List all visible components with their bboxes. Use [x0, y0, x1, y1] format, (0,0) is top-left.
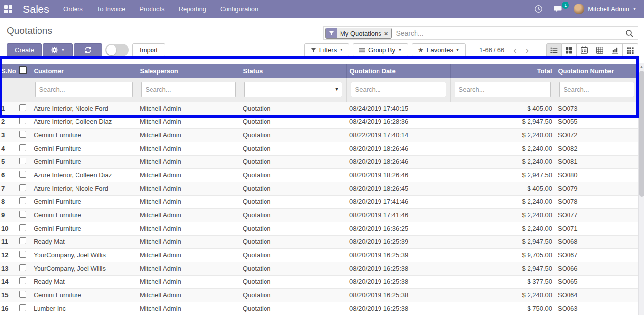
row-checkbox[interactable] [19, 224, 26, 231]
row-checkbox-cell[interactable] [15, 195, 31, 208]
row-checkbox-cell[interactable] [15, 302, 31, 315]
search-facet-my-quotations[interactable]: My Quotations × [325, 28, 392, 39]
row-checkbox[interactable] [19, 211, 26, 218]
row-checkbox[interactable] [19, 197, 26, 204]
row-checkbox[interactable] [19, 171, 26, 178]
user-menu[interactable]: Mitchell Admin ▼ [574, 4, 636, 14]
menu-to-invoice[interactable]: To Invoice [97, 5, 126, 13]
view-kanban-button[interactable] [562, 43, 577, 57]
scrollbar-thumb[interactable] [639, 71, 644, 197]
table-row[interactable]: 11 Ready Mat Mitchell Admin Quotation 08… [0, 235, 638, 248]
row-checkbox-cell[interactable] [15, 142, 31, 155]
view-pivot-button[interactable] [592, 43, 607, 57]
customer-filter-input[interactable] [35, 82, 133, 97]
row-checkbox-cell[interactable] [15, 248, 31, 262]
table-row[interactable]: 9 Gemini Furniture Mitchell Admin Quotat… [0, 208, 638, 222]
menu-configuration[interactable]: Configuration [220, 5, 258, 13]
column-header-customer[interactable]: Customer [31, 64, 137, 78]
row-checkbox-cell[interactable] [15, 288, 31, 302]
row-checkbox[interactable] [19, 277, 26, 284]
table-row[interactable]: 10 Gemini Furniture Mitchell Admin Quota… [0, 222, 638, 235]
row-checkbox-cell[interactable] [15, 102, 31, 115]
table-row[interactable]: 16 Lumber Inc Mitchell Admin Quotation 0… [0, 302, 638, 315]
cell-customer: Gemini Furniture [31, 128, 137, 142]
filters-button[interactable]: Filters ▼ [304, 43, 349, 57]
table-row[interactable]: 1 Azure Interior, Nicole Ford Mitchell A… [0, 102, 638, 115]
row-number: 2 [0, 115, 15, 128]
apps-menu-icon[interactable] [0, 0, 17, 18]
row-checkbox[interactable] [19, 184, 26, 191]
number-filter-input[interactable] [559, 82, 635, 97]
table-row[interactable]: 2 Azure Interior, Colleen Diaz Mitchell … [0, 115, 638, 128]
row-checkbox[interactable] [19, 144, 26, 151]
row-checkbox-cell[interactable] [15, 115, 31, 128]
messages-icon[interactable]: 1 [554, 5, 563, 13]
action-gear-button[interactable]: ▼ [43, 43, 73, 57]
view-activity-button[interactable] [623, 43, 638, 57]
column-header-date[interactable]: Quotation Date [346, 64, 450, 78]
row-checkbox-cell[interactable] [15, 168, 31, 182]
pager-previous-icon[interactable]: ‹ [513, 45, 516, 55]
column-header-number[interactable]: Quotation Number [555, 64, 638, 78]
date-filter-input[interactable] [351, 82, 446, 97]
row-checkbox-cell[interactable] [15, 155, 31, 168]
view-graph-button[interactable] [607, 43, 623, 57]
row-checkbox-cell[interactable] [15, 262, 31, 275]
vertical-scrollbar[interactable]: ▲ [638, 63, 644, 315]
column-header-total[interactable]: Total [450, 64, 555, 78]
group-by-button[interactable]: Group By ▼ [353, 43, 408, 57]
column-header-sno[interactable]: S.No [0, 64, 15, 78]
view-calendar-button[interactable] [577, 43, 592, 57]
create-button[interactable]: Create [7, 43, 42, 57]
table-row[interactable]: 6 Azure Interior, Colleen Diaz Mitchell … [0, 168, 638, 182]
activities-clock-icon[interactable] [534, 5, 543, 13]
column-header-salesperson[interactable]: Salesperson [137, 64, 240, 78]
table-row[interactable]: 15 Gemini Furniture Mitchell Admin Quota… [0, 288, 638, 302]
row-checkbox[interactable] [19, 251, 26, 258]
table-row[interactable]: 13 YourCompany, Joel Willis Mitchell Adm… [0, 262, 638, 275]
status-filter-select[interactable]: ▼ [244, 82, 342, 97]
list-edit-toggle[interactable] [105, 44, 129, 56]
scrollbar-up-arrow-icon[interactable]: ▲ [639, 63, 644, 70]
row-checkbox[interactable] [19, 237, 26, 244]
row-checkbox[interactable] [19, 158, 26, 164]
row-checkbox-cell[interactable] [15, 222, 31, 235]
row-checkbox[interactable] [19, 264, 26, 271]
import-button[interactable]: Import [132, 43, 165, 57]
salesperson-filter-input[interactable] [141, 82, 236, 97]
table-row[interactable]: 12 YourCompany, Joel Willis Mitchell Adm… [0, 248, 638, 262]
row-checkbox[interactable] [19, 131, 26, 138]
row-checkbox[interactable] [19, 104, 26, 111]
pager-next-icon[interactable]: › [526, 45, 529, 55]
row-number: 16 [0, 302, 15, 315]
row-checkbox-cell[interactable] [15, 275, 31, 288]
refresh-button[interactable] [74, 43, 102, 57]
total-filter-input[interactable] [455, 82, 551, 97]
search-input[interactable] [392, 29, 625, 37]
menu-reporting[interactable]: Reporting [179, 5, 206, 13]
app-brand[interactable]: Sales [23, 3, 49, 15]
table-row[interactable]: 4 Gemini Furniture Mitchell Admin Quotat… [0, 142, 638, 155]
row-checkbox-cell[interactable] [15, 128, 31, 142]
row-checkbox[interactable] [19, 118, 26, 124]
table-row[interactable]: 8 Gemini Furniture Mitchell Admin Quotat… [0, 195, 638, 208]
favorites-button[interactable]: ★ Favorites ▼ [412, 43, 466, 57]
table-row[interactable]: 3 Gemini Furniture Mitchell Admin Quotat… [0, 128, 638, 142]
row-checkbox-cell[interactable] [15, 235, 31, 248]
menu-products[interactable]: Products [139, 5, 164, 13]
row-checkbox-cell[interactable] [15, 208, 31, 222]
column-header-status[interactable]: Status [240, 64, 346, 78]
row-checkbox[interactable] [19, 291, 26, 298]
table-row[interactable]: 14 Ready Mat Mitchell Admin Quotation 08… [0, 275, 638, 288]
menu-orders[interactable]: Orders [63, 5, 83, 13]
search-magnifier-icon[interactable] [625, 29, 634, 38]
row-checkbox[interactable] [19, 304, 26, 311]
table-row[interactable]: 7 Azure Interior, Nicole Ford Mitchell A… [0, 182, 638, 195]
view-list-button[interactable] [546, 43, 562, 57]
search-bar[interactable]: My Quotations × [323, 26, 638, 40]
facet-remove-icon[interactable]: × [384, 30, 388, 37]
select-all-checkbox[interactable] [19, 66, 27, 74]
column-header-select-all[interactable] [15, 64, 31, 78]
row-checkbox-cell[interactable] [15, 182, 31, 195]
table-row[interactable]: 5 Gemini Furniture Mitchell Admin Quotat… [0, 155, 638, 168]
